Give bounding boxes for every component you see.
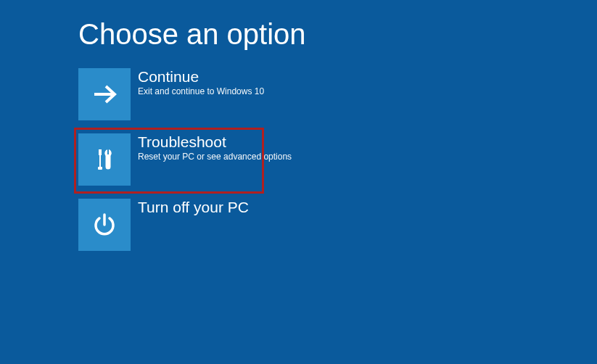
continue-tile: [78, 68, 131, 120]
svg-rect-4: [107, 149, 109, 154]
troubleshoot-title: Troubleshoot: [138, 133, 292, 150]
continue-title: Continue: [138, 68, 264, 85]
turnoff-title: Turn off your PC: [138, 199, 249, 215]
options-list: Continue Exit and continue to Windows 10: [78, 68, 292, 251]
continue-option[interactable]: Continue Exit and continue to Windows 10: [78, 68, 292, 120]
troubleshoot-subtitle: Reset your PC or see advanced options: [138, 152, 292, 162]
svg-rect-3: [98, 167, 102, 170]
troubleshoot-text: Troubleshoot Reset your PC or see advanc…: [138, 133, 292, 162]
turnoff-option[interactable]: Turn off your PC: [78, 199, 292, 251]
power-icon: [88, 209, 120, 241]
continue-text: Continue Exit and continue to Windows 10: [138, 68, 264, 96]
troubleshoot-tile: [78, 133, 131, 186]
tools-icon: [88, 144, 120, 175]
continue-subtitle: Exit and continue to Windows 10: [138, 86, 264, 96]
troubleshoot-option[interactable]: Troubleshoot Reset your PC or see advanc…: [78, 133, 292, 186]
turnoff-tile: [78, 199, 131, 251]
svg-rect-1: [99, 149, 102, 155]
svg-rect-2: [99, 155, 101, 167]
arrow-right-icon: [88, 78, 120, 110]
turnoff-text: Turn off your PC: [138, 199, 249, 215]
page-title: Choose an option: [78, 18, 306, 51]
